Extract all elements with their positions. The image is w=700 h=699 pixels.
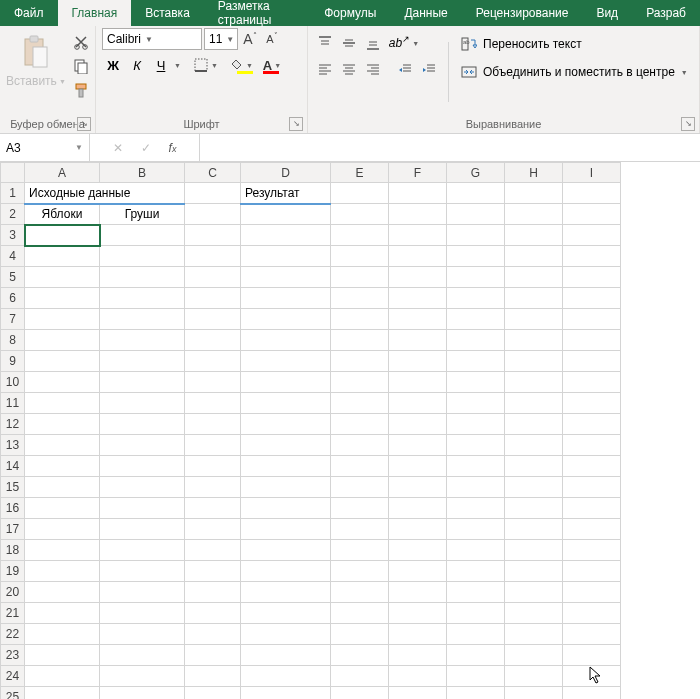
cell[interactable] <box>185 519 241 540</box>
cell[interactable] <box>241 204 331 225</box>
tab-review[interactable]: Рецензирование <box>462 0 583 26</box>
underline-button[interactable]: Ч▼ <box>150 54 183 76</box>
row-header[interactable]: 21 <box>1 603 25 624</box>
column-header[interactable]: D <box>241 163 331 183</box>
cell[interactable] <box>563 477 621 498</box>
cell[interactable] <box>25 666 100 687</box>
cell[interactable] <box>25 645 100 666</box>
column-header[interactable]: F <box>389 163 447 183</box>
cell[interactable] <box>100 519 185 540</box>
cell[interactable] <box>185 603 241 624</box>
cell[interactable] <box>389 687 447 700</box>
cell[interactable] <box>331 666 389 687</box>
cell[interactable] <box>25 330 100 351</box>
bold-button[interactable]: Ж <box>102 54 124 76</box>
cell[interactable] <box>241 288 331 309</box>
cell[interactable] <box>447 561 505 582</box>
tab-view[interactable]: Вид <box>582 0 632 26</box>
cell[interactable] <box>505 246 563 267</box>
cell[interactable] <box>185 687 241 700</box>
cell[interactable] <box>185 645 241 666</box>
cell[interactable] <box>389 456 447 477</box>
cell[interactable] <box>100 561 185 582</box>
cell[interactable] <box>100 393 185 414</box>
cell[interactable] <box>389 372 447 393</box>
cell[interactable] <box>331 540 389 561</box>
column-header[interactable]: B <box>100 163 185 183</box>
cell[interactable] <box>100 498 185 519</box>
paste-label[interactable]: Вставить▼ <box>6 74 66 88</box>
cell[interactable] <box>100 666 185 687</box>
cell[interactable] <box>447 225 505 246</box>
row-header[interactable]: 25 <box>1 687 25 700</box>
cell[interactable] <box>563 246 621 267</box>
cell[interactable] <box>447 624 505 645</box>
cell[interactable] <box>389 582 447 603</box>
cell[interactable] <box>563 414 621 435</box>
cell[interactable] <box>25 561 100 582</box>
cell[interactable] <box>331 645 389 666</box>
row-header[interactable]: 14 <box>1 456 25 477</box>
cell[interactable] <box>241 372 331 393</box>
cancel-formula-icon[interactable]: ✕ <box>113 141 123 155</box>
cell[interactable] <box>100 540 185 561</box>
row-header[interactable]: 3 <box>1 225 25 246</box>
cell[interactable] <box>447 393 505 414</box>
tab-home[interactable]: Главная <box>58 0 132 26</box>
merge-center-button[interactable]: Объединить и поместить в центре ▼ <box>457 60 692 84</box>
cell[interactable] <box>100 603 185 624</box>
row-header[interactable]: 20 <box>1 582 25 603</box>
cell[interactable] <box>25 540 100 561</box>
cell[interactable] <box>505 519 563 540</box>
cell[interactable] <box>100 456 185 477</box>
cell[interactable] <box>25 372 100 393</box>
cell[interactable] <box>185 372 241 393</box>
cell[interactable] <box>25 603 100 624</box>
cell[interactable] <box>563 666 621 687</box>
tab-developer[interactable]: Разраб <box>632 0 700 26</box>
cell[interactable] <box>241 225 331 246</box>
cell[interactable] <box>331 435 389 456</box>
cell[interactable] <box>389 351 447 372</box>
cell[interactable] <box>447 183 505 204</box>
cell[interactable] <box>25 288 100 309</box>
cell[interactable] <box>100 477 185 498</box>
cell[interactable] <box>185 540 241 561</box>
decrease-indent-button[interactable] <box>394 58 416 80</box>
cell[interactable] <box>563 372 621 393</box>
row-header[interactable]: 8 <box>1 330 25 351</box>
cell[interactable] <box>505 498 563 519</box>
format-painter-button[interactable] <box>70 80 92 100</box>
paste-button[interactable] <box>16 32 56 72</box>
cell[interactable] <box>100 288 185 309</box>
cell[interactable] <box>241 435 331 456</box>
cell[interactable] <box>25 456 100 477</box>
tab-data[interactable]: Данные <box>390 0 461 26</box>
cell[interactable] <box>241 666 331 687</box>
cell[interactable] <box>389 435 447 456</box>
cell[interactable] <box>505 372 563 393</box>
cell[interactable] <box>25 225 100 246</box>
decrease-font-button[interactable]: A˅ <box>262 28 282 50</box>
cell[interactable] <box>331 351 389 372</box>
row-header[interactable]: 16 <box>1 498 25 519</box>
font-launcher[interactable]: ↘ <box>289 117 303 131</box>
cell[interactable] <box>447 309 505 330</box>
cell[interactable] <box>331 372 389 393</box>
cell[interactable] <box>505 330 563 351</box>
cell[interactable] <box>331 288 389 309</box>
cell[interactable] <box>563 309 621 330</box>
align-middle-button[interactable] <box>338 32 360 54</box>
cell[interactable] <box>389 561 447 582</box>
cell[interactable] <box>185 288 241 309</box>
cell[interactable] <box>505 603 563 624</box>
cell[interactable] <box>389 540 447 561</box>
alignment-launcher[interactable]: ↘ <box>681 117 695 131</box>
cell[interactable] <box>100 372 185 393</box>
cell[interactable] <box>389 477 447 498</box>
row-header[interactable]: 23 <box>1 645 25 666</box>
cell[interactable] <box>505 267 563 288</box>
cell[interactable] <box>331 603 389 624</box>
cell[interactable] <box>563 519 621 540</box>
cell[interactable] <box>185 456 241 477</box>
